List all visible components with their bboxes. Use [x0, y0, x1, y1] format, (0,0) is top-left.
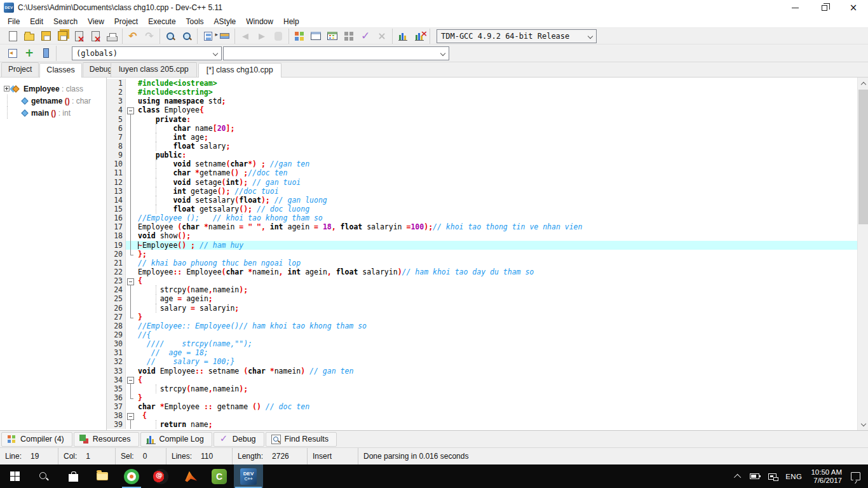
code-line[interactable]: 4class Employee{ — [107, 105, 857, 114]
redo-button[interactable]: ↷ — [141, 29, 158, 44]
start-button[interactable] — [0, 464, 29, 488]
close-all-button[interactable] — [87, 29, 104, 44]
code-line[interactable]: 17Employee (char *namein = " ", int agei… — [107, 222, 857, 231]
taskbar-media-app-button[interactable] — [146, 464, 175, 488]
code-line[interactable]: 25 age = agein; — [107, 294, 857, 303]
scroll-down-arrow[interactable] — [858, 419, 868, 430]
report-tab-find[interactable]: Find Results — [266, 432, 337, 447]
undo-button[interactable]: ↶ — [125, 29, 141, 44]
battery-icon[interactable] — [750, 473, 759, 479]
report-tab-log[interactable]: Compile Log — [140, 432, 212, 447]
close-button[interactable] — [71, 29, 87, 44]
code-line[interactable]: 26 salary = salaryin; — [107, 304, 857, 313]
print-button[interactable] — [104, 29, 120, 44]
file-tab-0[interactable]: luyen class 205.cpp — [111, 62, 197, 77]
taskbar-clock[interactable]: 10:50 AM 7/6/2017 — [811, 468, 842, 485]
code-line[interactable]: 36} — [107, 393, 857, 402]
taskbar-matlab-button[interactable] — [175, 464, 205, 488]
code-line[interactable]: 1#include<iostream> — [107, 79, 857, 88]
compile-button[interactable] — [291, 29, 308, 44]
expand-icon[interactable] — [4, 86, 10, 92]
scroll-up-arrow[interactable] — [858, 78, 868, 88]
code-line[interactable]: 14 void setsalary(float); // gan luong — [107, 196, 857, 205]
save-button[interactable] — [37, 29, 54, 44]
code-line[interactable]: 27} — [107, 313, 857, 322]
stop-button[interactable] — [270, 29, 287, 44]
fold-toggle-icon[interactable] — [126, 376, 135, 384]
code-line[interactable]: 38 { — [107, 411, 857, 420]
menu-help[interactable]: Help — [278, 16, 304, 27]
find-in-files-button[interactable] — [179, 29, 195, 44]
fold-toggle-icon[interactable] — [126, 276, 135, 285]
report-tab-resources[interactable]: Resources — [74, 432, 139, 447]
compile-run-button[interactable] — [324, 29, 341, 44]
report-tab-compiler[interactable]: Compiler (4) — [1, 432, 72, 447]
menu-search[interactable]: Search — [48, 16, 83, 27]
menu-project[interactable]: Project — [109, 16, 143, 27]
minimize-button[interactable] — [780, 0, 810, 15]
menu-window[interactable]: Window — [241, 16, 278, 27]
tray-expand-icon[interactable] — [734, 473, 741, 480]
rebuild-all-button[interactable] — [341, 29, 357, 44]
file-tab-1[interactable]: [*] class chg10.cpp — [198, 63, 281, 78]
code-line[interactable]: 12 void setage(int); // gan tuoi — [107, 178, 857, 187]
code-line[interactable]: 24 strcpy(name,namein); — [107, 285, 857, 294]
globals-combobox[interactable]: (globals) — [72, 46, 222, 60]
code-line[interactable]: 39 return name; — [107, 420, 857, 429]
members-combobox[interactable] — [223, 46, 449, 60]
new-project-button[interactable] — [4, 46, 21, 61]
code-line[interactable]: 19~Employee() ; // ham huy — [107, 241, 857, 250]
restore-button[interactable] — [810, 0, 839, 15]
code-line[interactable]: 22Employee:: Employee(char *namein, int … — [107, 268, 857, 276]
code-editor[interactable]: 1#include<iostream>2#include<cstring>3us… — [107, 78, 868, 430]
run-button[interactable] — [308, 29, 324, 44]
find-button[interactable] — [162, 29, 179, 44]
code-line[interactable]: 29//{ — [107, 330, 857, 339]
code-line[interactable]: 8 float salary; — [107, 142, 857, 151]
menu-execute[interactable]: Execute — [143, 16, 180, 27]
taskbar-file-explorer-button[interactable] — [88, 464, 117, 488]
fold-toggle-icon[interactable] — [126, 105, 135, 114]
taskbar-search-button[interactable] — [29, 464, 58, 488]
open-button[interactable] — [21, 29, 37, 44]
code-line[interactable]: 37char *Employee :: getname () // doc te… — [107, 402, 857, 411]
tree-item-main[interactable]: main () : int — [0, 107, 106, 119]
code-line[interactable]: 6 char name[20]; — [107, 124, 857, 133]
menu-edit[interactable]: Edit — [25, 16, 48, 27]
add-to-project-button[interactable]: + — [21, 46, 37, 61]
save-all-button[interactable] — [54, 29, 71, 44]
code-line[interactable]: 21// khai bao phuong thuc ben ngoai lop — [107, 259, 857, 268]
tree-item-getname[interactable]: getname () : char — [0, 95, 106, 107]
vertical-scrollbar[interactable] — [857, 78, 868, 430]
tree-item-employee[interactable]: Employee : class — [0, 83, 106, 95]
code-line[interactable]: 28//Employee:: Employee()// ham khoi tao… — [107, 322, 857, 330]
code-line[interactable]: 7 int age; — [107, 133, 857, 142]
code-line[interactable]: 23{ — [107, 276, 857, 285]
toggle-bookmarks-button[interactable] — [216, 29, 233, 44]
code-line[interactable]: 30 //// strcpy(name,""); — [107, 339, 857, 348]
code-line[interactable]: 11 char *getname() ;//doc ten — [107, 168, 857, 177]
code-line[interactable]: 33void Employee:: setname (char *namein)… — [107, 367, 857, 376]
forward-button[interactable]: ▶ — [254, 29, 270, 44]
scrollbar-thumb[interactable] — [858, 90, 868, 224]
code-line[interactable]: 15 float getsalary(); // doc luong — [107, 205, 857, 214]
delete-profiling-button[interactable] — [411, 29, 428, 44]
insert-button[interactable] — [200, 29, 216, 44]
code-line[interactable]: 10 void setname(char*) ; //gan ten — [107, 159, 857, 168]
taskbar-devcpp-button[interactable]: DEVC++ — [234, 464, 263, 488]
code-line[interactable]: 3using namespace std; — [107, 97, 857, 105]
code-line[interactable]: 2#include<cstring> — [107, 88, 857, 97]
code-line[interactable]: 5 private: — [107, 115, 857, 124]
fold-toggle-icon[interactable] — [126, 411, 135, 420]
code-line[interactable]: 31 // age = 18; — [107, 348, 857, 357]
taskbar-coccoc-button[interactable] — [117, 464, 146, 488]
code-line[interactable]: 35 strcpy(name,namein); — [107, 384, 857, 393]
new-file-button[interactable] — [4, 29, 21, 44]
code-line[interactable]: 13 int getage(); //doc tuoi — [107, 187, 857, 196]
code-line[interactable]: 16//Employee (); // khoi tao khong tham … — [107, 214, 857, 222]
code-line[interactable]: 34{ — [107, 376, 857, 384]
code-line[interactable]: 32 // salary = 100;} — [107, 357, 857, 366]
menu-tools[interactable]: Tools — [181, 16, 209, 27]
abort-button[interactable]: × — [374, 29, 390, 44]
menu-view[interactable]: View — [83, 16, 109, 27]
